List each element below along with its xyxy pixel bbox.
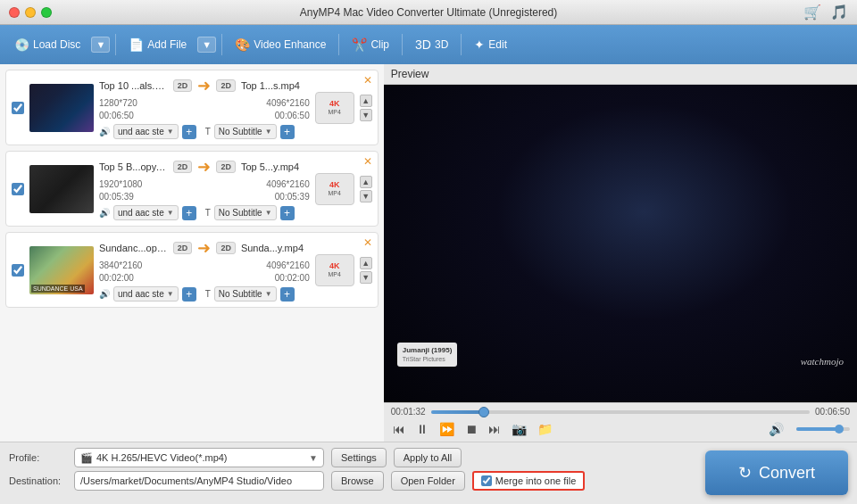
add-subtitle-1[interactable]: + — [280, 125, 295, 139]
merge-checkbox[interactable] — [481, 475, 492, 486]
skip-back-button[interactable]: ⏮ — [391, 420, 407, 438]
output-format-badge-1[interactable]: 4K MP4 — [315, 92, 354, 124]
profile-select[interactable]: 🎬 4K H.265/HEVC Video(*.mp4) ▼ — [74, 448, 324, 467]
browse-button[interactable]: Browse — [331, 471, 384, 491]
video-enhance-button[interactable]: 🎨 Video Enhance — [228, 34, 333, 55]
title-bar-right: 🛒 🎵 — [803, 4, 848, 21]
convert-button[interactable]: ↻ Convert — [705, 450, 848, 495]
destination-input[interactable] — [74, 471, 324, 491]
audio-select-3[interactable]: und aac ste ▼ — [113, 286, 179, 302]
profile-chevron: ▼ — [309, 453, 318, 463]
minimize-button[interactable] — [25, 7, 36, 18]
move-down-2[interactable]: ▼ — [360, 190, 372, 202]
subtitle-select-3[interactable]: No Subtitle ▼ — [214, 286, 277, 302]
preview-controls: 00:01:32 00:06:50 ⏮ ⏸ ⏩ ⏹ ⏭ 📷 📁 — [384, 402, 857, 442]
audio-chevron-2: ▼ — [167, 209, 174, 217]
load-disc-dropdown[interactable]: ▼ — [91, 37, 110, 53]
audio-select-1[interactable]: und aac ste ▼ — [113, 124, 179, 139]
open-folder-button[interactable]: Open Folder — [391, 471, 465, 491]
item-controls-3: ▲ ▼ — [360, 257, 372, 284]
subtitle-select-2[interactable]: No Subtitle ▼ — [214, 205, 277, 220]
audio-select-2[interactable]: und aac ste ▼ — [113, 205, 179, 220]
add-audio-2[interactable]: + — [182, 206, 196, 220]
apply-to-all-button[interactable]: Apply to All — [394, 448, 462, 467]
file-controls-3: 🔊 und aac ste ▼ + T No Subtitle ▼ — [99, 286, 310, 302]
file-item: Top 5 B...opy.flv 2D ➜ 2D Top 5...y.mp4 … — [5, 151, 379, 227]
edit-button[interactable]: ✦ Edit — [467, 34, 514, 55]
output-format-badge-2[interactable]: 4K MP4 — [315, 173, 354, 205]
file-thumbnail-3: SUNDANCE USA — [29, 246, 94, 294]
merge-label: Merge into one file — [495, 475, 577, 486]
move-up-2[interactable]: ▲ — [360, 176, 372, 188]
move-down-1[interactable]: ▼ — [360, 109, 372, 121]
add-subtitle-3[interactable]: + — [280, 287, 295, 302]
3d-icon: 3D — [415, 37, 431, 52]
add-file-button[interactable]: 📄 Add File — [121, 34, 194, 55]
clip-button[interactable]: ✂️ Clip — [345, 34, 396, 55]
output-filename-1: Top 1...s.mp4 — [241, 80, 310, 91]
subtitle-select-1[interactable]: No Subtitle ▼ — [214, 124, 277, 139]
volume-icon[interactable]: 🔊 — [767, 420, 786, 438]
output-dims-1: 4096*2160 — [266, 98, 309, 108]
output-filename-2: Top 5...y.mp4 — [241, 161, 310, 172]
audio-icon-2: 🔊 — [99, 208, 110, 218]
sep4 — [402, 34, 403, 55]
item-controls-2: ▲ ▼ — [360, 176, 372, 202]
file-checkbox-2[interactable] — [12, 183, 24, 195]
move-up-1[interactable]: ▲ — [360, 95, 372, 107]
stop-button[interactable]: ⏹ — [463, 420, 479, 438]
file-info-1: Top 10 ...als.mxf 2D ➜ 2D Top 1...s.mp4 … — [99, 76, 310, 139]
add-audio-1[interactable]: + — [182, 125, 196, 139]
add-subtitle-2[interactable]: + — [280, 206, 295, 220]
destination-label: Destination: — [9, 475, 67, 486]
volume-track[interactable] — [796, 427, 850, 431]
close-file-3[interactable]: ✕ — [362, 236, 374, 249]
audio-icon-1: 🔊 — [99, 127, 110, 136]
add-audio-3[interactable]: + — [182, 287, 196, 302]
merge-checkbox-area[interactable]: Merge into one file — [472, 471, 586, 491]
output-dur-2: 00:05:39 — [275, 192, 310, 202]
sep2 — [221, 34, 222, 55]
file-checkbox-1[interactable] — [12, 102, 24, 114]
output-dims-2: 4096*2160 — [266, 179, 309, 189]
progress-bar-row: 00:01:32 00:06:50 — [391, 407, 850, 417]
skip-end-button[interactable]: ⏭ — [487, 420, 503, 438]
arrow-icon-2: ➜ — [197, 157, 211, 177]
file-dims-row-1: 1280*720 4096*2160 — [99, 98, 310, 108]
window-controls — [9, 7, 52, 18]
file-info-2: Top 5 B...opy.flv 2D ➜ 2D Top 5...y.mp4 … — [99, 157, 310, 220]
folder-button[interactable]: 📁 — [536, 420, 554, 438]
output-badge-1: 2D — [216, 79, 236, 92]
input-dims-1: 1280*720 — [99, 98, 137, 108]
file-controls-2: 🔊 und aac ste ▼ + T No Subtitle ▼ — [99, 205, 310, 220]
cart-icon[interactable]: 🛒 — [803, 4, 821, 21]
fast-forward-button[interactable]: ⏩ — [437, 420, 456, 438]
progress-track[interactable] — [431, 410, 810, 414]
file-name-row-2: Top 5 B...opy.flv 2D ➜ 2D Top 5...y.mp4 — [99, 157, 310, 177]
move-up-3[interactable]: ▲ — [360, 257, 372, 269]
close-button[interactable] — [9, 7, 20, 18]
progress-thumb[interactable] — [478, 407, 489, 417]
add-file-dropdown[interactable]: ▼ — [197, 37, 216, 53]
load-disc-button[interactable]: 💿 Load Disc — [7, 34, 87, 55]
player-buttons: ⏮ ⏸ ⏩ ⏹ ⏭ 📷 📁 🔊 — [391, 420, 850, 438]
close-file-1[interactable]: ✕ — [362, 74, 374, 87]
settings-button[interactable]: Settings — [331, 448, 387, 467]
user-icon[interactable]: 🎵 — [830, 4, 848, 21]
file-checkbox-3[interactable] — [12, 264, 24, 277]
close-file-2[interactable]: ✕ — [362, 155, 374, 168]
move-down-3[interactable]: ▼ — [360, 271, 372, 284]
sep1 — [115, 34, 116, 55]
pause-button[interactable]: ⏸ — [414, 420, 430, 438]
3d-button[interactable]: 3D 3D — [408, 34, 455, 55]
video-card-title: Jumanji (1995) — [403, 346, 453, 355]
volume-thumb[interactable] — [835, 425, 844, 434]
file-list: Top 10 ...als.mxf 2D ➜ 2D Top 1...s.mp4 … — [0, 64, 384, 442]
item-controls-1: ▲ ▼ — [360, 95, 372, 121]
maximize-button[interactable] — [41, 7, 52, 18]
profile-value: 4K H.265/HEVC Video(*.mp4) — [96, 452, 309, 463]
input-dims-2: 1920*1080 — [99, 179, 142, 189]
screenshot-button[interactable]: 📷 — [510, 420, 528, 438]
output-format-badge-3[interactable]: 4K MP4 — [315, 254, 354, 286]
convert-icon: ↻ — [738, 463, 752, 483]
